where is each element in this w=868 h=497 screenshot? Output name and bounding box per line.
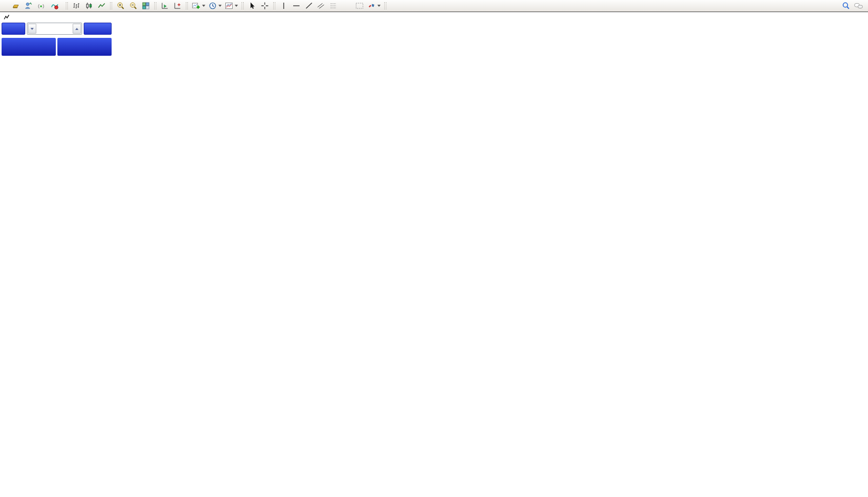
- toolbar-grip: [154, 2, 156, 9]
- ask-price-box[interactable]: [57, 38, 112, 56]
- fibonacci-button[interactable]: [328, 1, 341, 11]
- toolbar-grip: [384, 2, 386, 9]
- cursor-button[interactable]: [246, 1, 258, 11]
- arrows-shapes-icon: [367, 2, 376, 10]
- signal-icon-button[interactable]: [35, 1, 47, 11]
- vertical-line-icon: [280, 2, 288, 10]
- autotrade-icon: [51, 2, 59, 10]
- vertical-line-button[interactable]: [277, 1, 290, 11]
- line-chart-button[interactable]: [95, 1, 108, 11]
- chart-autoscroll-button[interactable]: [171, 1, 184, 11]
- search-button[interactable]: [840, 1, 852, 11]
- template-icon: [225, 2, 233, 10]
- chart-title-icon: [4, 14, 9, 20]
- zoom-in-icon: [116, 2, 125, 10]
- dropdown-caret-icon: [218, 5, 222, 7]
- triangle-up-icon: [75, 28, 78, 30]
- periods-button[interactable]: [207, 1, 223, 11]
- volume-spinner: [27, 23, 82, 35]
- bar-chart-icon: [72, 2, 81, 10]
- buy-button[interactable]: [84, 23, 112, 35]
- text-label-icon: [355, 2, 364, 10]
- user-chart-icon: [24, 2, 33, 10]
- dropdown-caret-icon: [235, 5, 238, 7]
- tile-windows-button[interactable]: [139, 1, 152, 11]
- chart-canvas[interactable]: [0, 0, 868, 497]
- text-icon: [343, 2, 351, 10]
- chat-icon: [854, 2, 863, 10]
- crosshair-button[interactable]: [258, 1, 271, 11]
- dropdown-caret-icon: [377, 5, 381, 7]
- mt4-terminal: [0, 0, 868, 497]
- candlestick-chart-button[interactable]: [83, 1, 95, 11]
- autotrade-button[interactable]: [47, 1, 64, 11]
- zoom-out-button[interactable]: [127, 1, 139, 11]
- zoom-in-button[interactable]: [114, 1, 127, 11]
- arrows-button[interactable]: [366, 1, 382, 11]
- add-indicator-button[interactable]: [190, 1, 207, 11]
- gold-bar-icon-button[interactable]: [9, 1, 22, 11]
- gold-bar-icon: [12, 2, 20, 10]
- toolbar-grip: [273, 2, 275, 9]
- candlestick-chart-icon: [85, 2, 93, 10]
- cursor-icon: [248, 2, 256, 10]
- search-icon: [842, 2, 850, 10]
- channel-button[interactable]: [315, 1, 328, 11]
- main-toolbar: [0, 0, 868, 12]
- clock-icon: [208, 2, 217, 10]
- horizontal-line-button[interactable]: [290, 1, 303, 11]
- templates-button[interactable]: [223, 1, 240, 11]
- chart-shift-button[interactable]: [158, 1, 171, 11]
- bid-price-box[interactable]: [2, 38, 56, 56]
- volume-increase-button[interactable]: [73, 24, 81, 34]
- bar-chart-button[interactable]: [70, 1, 83, 11]
- fibonacci-icon: [330, 2, 339, 10]
- toolbar-grip: [186, 2, 188, 9]
- toolbar-grip: [110, 2, 112, 9]
- dropdown-caret-icon: [202, 5, 205, 7]
- equidistant-channel-icon: [317, 2, 326, 10]
- chart-shift-icon: [161, 2, 169, 10]
- chart-autoscroll-icon: [173, 2, 182, 10]
- volume-decrease-button[interactable]: [28, 24, 36, 34]
- zoom-out-icon: [129, 2, 137, 10]
- text-button[interactable]: [341, 1, 353, 11]
- one-click-trading-panel: [2, 23, 112, 56]
- toolbar-grip: [66, 2, 68, 9]
- new-order-button[interactable]: [0, 1, 9, 11]
- accounts-icon-button[interactable]: [22, 1, 35, 11]
- volume-value[interactable]: [37, 23, 72, 34]
- toolbar-grip: [242, 2, 244, 9]
- trendline-button[interactable]: [303, 1, 315, 11]
- signal-icon: [37, 2, 45, 10]
- text-label-button[interactable]: [353, 1, 366, 11]
- line-chart-icon: [97, 2, 106, 10]
- trendline-icon: [305, 2, 313, 10]
- tile-windows-icon: [142, 2, 150, 10]
- chart-title: [4, 14, 23, 20]
- triangle-down-icon: [31, 28, 34, 30]
- crosshair-icon: [261, 2, 269, 10]
- horizontal-line-icon: [292, 2, 301, 10]
- sell-button[interactable]: [2, 23, 25, 35]
- chat-button[interactable]: [852, 1, 865, 11]
- add-indicator-icon: [192, 2, 201, 10]
